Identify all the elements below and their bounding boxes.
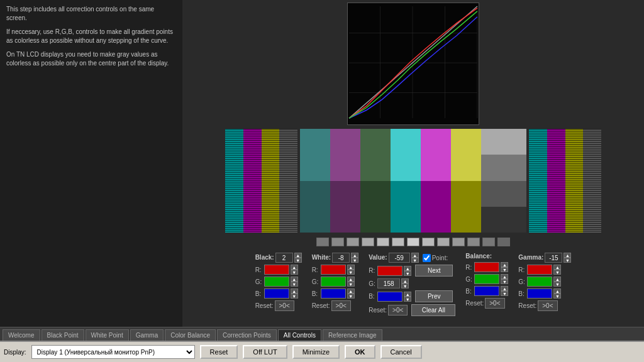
value-g-down[interactable]: ▼	[401, 283, 409, 288]
gamma-spin-up[interactable]: ▲	[564, 253, 571, 258]
black-b-down[interactable]: ▼	[291, 293, 298, 299]
balance-r-up[interactable]: ▲	[501, 262, 508, 267]
value-label: Value:	[369, 254, 387, 261]
white-b-down[interactable]: ▼	[347, 293, 355, 299]
reset-btn[interactable]: Reset	[200, 345, 238, 359]
gamma-b-up[interactable]: ▲	[553, 288, 561, 293]
white-r-down[interactable]: ▼	[347, 270, 355, 275]
value-g-up[interactable]: ▲	[401, 278, 409, 283]
white-g-down[interactable]: ▼	[347, 282, 355, 287]
gamma-g-down[interactable]: ▼	[553, 282, 561, 287]
black-spin-down[interactable]: ▼	[294, 258, 302, 263]
black-g-down[interactable]: ▼	[291, 282, 298, 287]
value-b-swatch	[377, 292, 402, 302]
point-label: Point:	[432, 255, 448, 261]
dot-6[interactable]	[392, 238, 404, 246]
display-select[interactable]: Display 1 (Универсальный монитор PnP)	[31, 345, 195, 359]
white-reset-btn[interactable]: >0<	[331, 300, 351, 311]
gamma-r-up[interactable]: ▲	[553, 265, 561, 270]
dot-13[interactable]	[497, 238, 510, 246]
balance-reset-btn[interactable]: >0<	[485, 298, 504, 309]
value-g-input[interactable]	[377, 278, 400, 288]
left-panel: This step includes all correction contro…	[0, 0, 182, 327]
balance-r-swatch	[474, 262, 499, 272]
gamma-b-down[interactable]: ▼	[553, 293, 561, 299]
dot-8[interactable]	[422, 238, 435, 246]
chart-area	[347, 3, 479, 125]
balance-r-down[interactable]: ▼	[501, 267, 508, 272]
black-g-up[interactable]: ▲	[291, 277, 298, 282]
black-b-up[interactable]: ▲	[291, 288, 298, 293]
tab-black-point[interactable]: Black Point	[42, 329, 84, 341]
white-g-up[interactable]: ▲	[347, 277, 355, 282]
dot-4[interactable]	[362, 238, 374, 246]
white-value-input[interactable]	[332, 253, 350, 263]
white-b-up[interactable]: ▲	[347, 288, 355, 293]
gamma-spin-down[interactable]: ▼	[564, 258, 571, 263]
cancel-btn[interactable]: Cancel	[380, 345, 422, 359]
black-reset-label: Reset:	[255, 302, 274, 309]
black-control-group: Black: ▲ ▼ R: ▲ ▼ G:	[255, 253, 302, 311]
center-panel: Black: ▲ ▼ R: ▲ ▼ G:	[182, 0, 644, 327]
gamma-r-down[interactable]: ▼	[553, 270, 561, 275]
tab-correction-points[interactable]: Correction Points	[217, 329, 277, 341]
black-r-down[interactable]: ▼	[291, 270, 298, 275]
value-spin-down[interactable]: ▼	[411, 258, 419, 263]
tabs-bar: Welcome Black Point White Point Gamma Co…	[0, 327, 644, 341]
black-spin-up[interactable]: ▲	[294, 253, 302, 258]
black-value-input[interactable]	[275, 253, 293, 263]
gamma-reset-btn[interactable]: >0<	[538, 300, 557, 311]
tab-white-point[interactable]: White Point	[86, 329, 129, 341]
dot-2[interactable]	[331, 238, 344, 246]
value-input[interactable]	[389, 253, 410, 263]
balance-g-down[interactable]: ▼	[501, 279, 508, 284]
gamma-value-input[interactable]	[545, 253, 562, 263]
test-image-left	[225, 129, 297, 233]
white-spin-down[interactable]: ▼	[351, 258, 358, 263]
dot-3[interactable]	[347, 238, 359, 246]
ok-btn[interactable]: OK	[345, 345, 375, 359]
tab-color-balance[interactable]: Color Balance	[165, 329, 216, 341]
value-reset-btn[interactable]: >0<	[388, 305, 408, 315]
instruction-text-3: On TN LCD displays you need to make gray…	[6, 50, 176, 68]
tab-all-controls[interactable]: All Controls	[278, 329, 321, 341]
value-spin-up[interactable]: ▲	[411, 253, 419, 258]
value-r-down[interactable]: ▼	[404, 271, 411, 276]
black-reset-btn[interactable]: >0<	[275, 300, 294, 311]
value-r-swatch	[377, 266, 402, 276]
clear-all-btn[interactable]: Clear All	[411, 304, 455, 316]
next-btn[interactable]: Next	[415, 265, 453, 277]
dot-9[interactable]	[437, 238, 450, 246]
dot-12[interactable]	[482, 238, 495, 246]
minimize-btn[interactable]: Minimize	[292, 345, 340, 359]
tab-welcome[interactable]: Welcome	[3, 329, 40, 341]
dot-11[interactable]	[467, 238, 480, 246]
white-control-group: White: ▲ ▼ R: ▲ ▼ G:	[312, 253, 359, 311]
white-spin-up[interactable]: ▲	[351, 253, 358, 258]
tab-gamma[interactable]: Gamma	[130, 329, 164, 341]
controls-bottom: Black: ▲ ▼ R: ▲ ▼ G:	[250, 250, 577, 319]
tab-reference-image[interactable]: Reference Image	[323, 329, 382, 341]
dot-7[interactable]	[407, 238, 419, 246]
value-r-up[interactable]: ▲	[404, 266, 411, 271]
prev-btn[interactable]: Prev	[415, 290, 453, 302]
black-r-label: R:	[255, 266, 263, 273]
dot-10[interactable]	[452, 238, 465, 246]
white-r-up[interactable]: ▲	[347, 265, 355, 270]
balance-control-group: Balance: R: ▲ ▼ G: ▲ ▼	[465, 253, 508, 309]
dot-5[interactable]	[377, 238, 389, 246]
gamma-g-up[interactable]: ▲	[553, 277, 561, 282]
gamma-control-group: Gamma: ▲ ▼ R: ▲ ▼ G:	[518, 253, 571, 311]
off-lut-btn[interactable]: Off LUT	[243, 345, 287, 359]
value-b-down[interactable]: ▼	[404, 297, 411, 302]
value-b-up[interactable]: ▲	[404, 292, 411, 297]
dot-1[interactable]	[316, 238, 329, 246]
white-g-swatch	[321, 277, 346, 287]
balance-b-up[interactable]: ▲	[501, 286, 508, 291]
black-r-up[interactable]: ▲	[291, 265, 298, 270]
balance-b-down[interactable]: ▼	[501, 291, 508, 296]
point-checkbox[interactable]	[423, 254, 431, 262]
black-r-spinners: ▲ ▼	[291, 265, 298, 275]
balance-g-up[interactable]: ▲	[501, 274, 508, 279]
value-control-group: Value: ▲ ▼ Point: R: ▲ ▼ Ne	[369, 253, 455, 316]
